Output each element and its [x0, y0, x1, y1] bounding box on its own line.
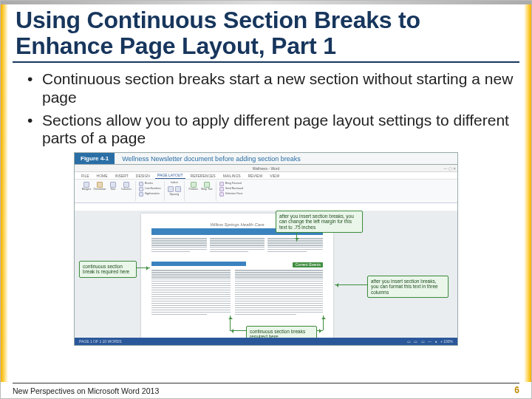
- doc-two-col-body: [151, 270, 323, 316]
- left-accent-bar: [1, 4, 8, 382]
- figure-caption-bar: Figure 4-1 Wellness Newsletter document …: [75, 153, 457, 164]
- figure-4-1: Figure 4-1 Wellness Newsletter document …: [74, 152, 458, 346]
- arrow-top: [296, 233, 297, 242]
- status-right: ▭ ▭ ▭ — ● + 100%: [405, 339, 453, 344]
- ribbon-group-page-setup: Margins Orientation Size Columns: [78, 181, 136, 201]
- title-underline: [13, 61, 519, 63]
- bullet-1: Continuous section breaks start a new se…: [32, 70, 514, 107]
- document-canvas: Willow Springs Health Care Current Event…: [75, 211, 457, 338]
- footer-text: New Perspectives on Microsoft Word 2013: [13, 386, 159, 395]
- ribbon: Margins Orientation Size Columns Breaks …: [75, 180, 457, 203]
- wrap-text-button: Wrap Text: [201, 182, 213, 195]
- status-left: PAGE 1 OF 1 10 WORDS: [79, 339, 122, 344]
- arrow-bottom-1: [230, 316, 231, 330]
- content-area: Using Continuous Section Breaks to Enhan…: [10, 4, 522, 382]
- arrow-bottom-2: [323, 316, 324, 330]
- tab-review: REVIEW: [246, 173, 265, 179]
- ribbon-group-paragraph: Indent Spacing: [165, 181, 185, 201]
- word-title: Wellness - Word: [253, 166, 280, 171]
- right-accent-bar: [524, 4, 531, 382]
- arrow-bottom-2h: [317, 330, 323, 331]
- tab-mailings: MAILINGS: [221, 173, 243, 179]
- figure-caption: Wellness Newsletter document before addi…: [115, 155, 300, 163]
- tab-insert: INSERT: [113, 173, 131, 179]
- callout-top: after you insert section breaks, you can…: [276, 211, 363, 233]
- ribbon-group-arrange: Position Wrap Text: [185, 181, 216, 201]
- margins-button: Margins: [81, 182, 92, 195]
- columns-button: Columns: [120, 182, 132, 195]
- tab-design: DESIGN: [134, 173, 152, 179]
- slide: Using Continuous Section Breaks to Enhan…: [0, 0, 532, 399]
- bullet-list: Continuous section breaks start a new se…: [13, 69, 519, 148]
- slide-title: Using Continuous Section Breaks to Enhan…: [13, 4, 519, 60]
- size-button: Size: [107, 182, 119, 195]
- word-status-bar: PAGE 1 OF 1 10 WORDS ▭ ▭ ▭ — ● + 100%: [75, 338, 457, 345]
- doc-section-tag: Current Events: [293, 262, 323, 267]
- tab-references: REFERENCES: [188, 173, 218, 179]
- footer: New Perspectives on Microsoft Word 2013 …: [13, 385, 519, 395]
- position-button: Position: [188, 182, 200, 195]
- callout-bottom: continuous section breaks required here: [246, 326, 317, 338]
- word-window: Wellness - Word — ▢ ✕ FILE HOME INSERT D…: [75, 164, 457, 345]
- figure-label: Figure 4-1: [75, 153, 115, 164]
- ribbon-group-breaks: Breaks Line Numbers Hyphenation: [136, 181, 165, 201]
- orientation-button: Orientation: [94, 182, 106, 195]
- arrow-left: [137, 267, 150, 268]
- ribbon-tabs: FILE HOME INSERT DESIGN PAGE LAYOUT REFE…: [75, 172, 457, 180]
- tab-view: VIEW: [267, 173, 282, 179]
- arrow-bottom-1h: [230, 330, 246, 331]
- page-number: 6: [514, 385, 519, 395]
- footer-rule: [13, 383, 519, 383]
- tab-file: FILE: [79, 173, 92, 179]
- arrow-right: [335, 284, 367, 285]
- window-controls: — ▢ ✕: [441, 166, 456, 171]
- tab-page-layout: PAGE LAYOUT: [155, 172, 185, 179]
- bullet-2: Sections allow you to apply different pa…: [32, 112, 514, 149]
- callout-right: after you insert section breaks, you can…: [367, 276, 449, 298]
- word-titlebar: Wellness - Word — ▢ ✕: [75, 165, 457, 172]
- tab-home: HOME: [95, 173, 110, 179]
- ribbon-group-arrange-2: Bring Forward Send Backward Selection Pa…: [216, 181, 247, 201]
- callout-left: continuous section break is required her…: [79, 261, 137, 278]
